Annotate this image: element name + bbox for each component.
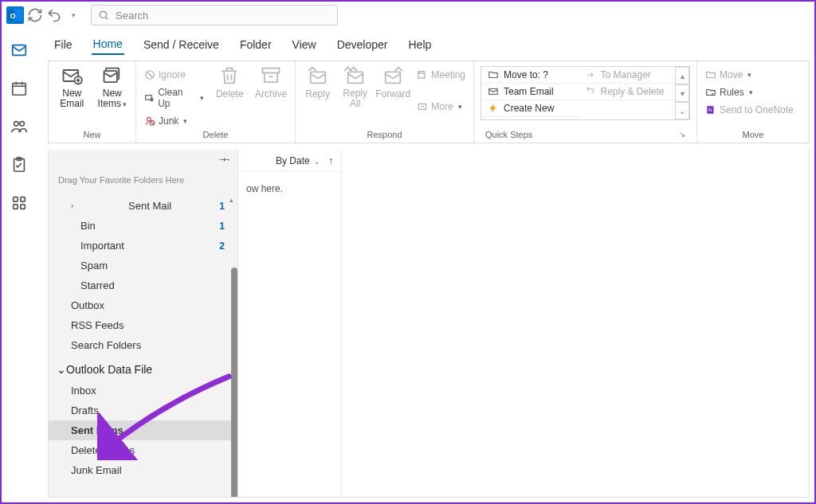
pin-icon[interactable] (220, 153, 231, 164)
cleanup-button[interactable]: Clean Up▾ (141, 85, 207, 111)
new-items-button[interactable]: New Items▾ (94, 64, 131, 109)
group-label-respond: Respond (300, 128, 469, 141)
svg-rect-26 (386, 72, 401, 83)
mail-icon[interactable] (10, 41, 28, 59)
menu-send-receive[interactable]: Send / Receive (142, 35, 221, 54)
folder-item[interactable]: Starred (49, 275, 237, 295)
svg-point-7 (20, 122, 24, 127)
new-email-icon (61, 64, 83, 87)
data-file-header[interactable]: ⌄Outlook Data File (49, 355, 237, 381)
quick-steps-dialog-icon[interactable]: ↘ (679, 130, 685, 139)
outlook-logo-icon: O (6, 6, 24, 24)
ribbon: New Email New Items▾ New Ignore Clean Up… (48, 61, 810, 143)
folder-item[interactable]: Important2 (49, 236, 237, 256)
svg-rect-5 (13, 84, 26, 96)
tasks-icon[interactable] (10, 156, 28, 174)
group-label-quick: Quick Steps (485, 130, 532, 139)
empty-list-hint: ow here. (238, 172, 341, 205)
rules-icon (705, 87, 716, 98)
title-bar: O ▾ Search (2, 2, 814, 29)
folder-item[interactable]: Sent Items (49, 420, 237, 440)
to-manager-icon (585, 69, 596, 80)
folder-item[interactable]: Deleted Items (49, 440, 237, 460)
reading-pane (342, 150, 809, 497)
forward-icon (382, 64, 404, 87)
archive-button[interactable]: Archive (252, 64, 290, 100)
onenote-icon: N (705, 104, 716, 115)
menu-developer[interactable]: Developer (335, 35, 390, 54)
people-icon[interactable] (10, 118, 28, 135)
folder-pane: Drag Your Favorite Folders Here ›Sent Ma… (49, 150, 238, 497)
folder-item[interactable]: Junk Email (49, 460, 237, 480)
ignore-button[interactable]: Ignore (141, 68, 207, 82)
onenote-button[interactable]: NSend to OneNote (702, 103, 797, 117)
folder-item[interactable]: Search Folders (49, 335, 237, 355)
rules-button[interactable]: Rules▾ (702, 85, 797, 100)
message-list-pane: By Date ⌄ ↑ ow here. (238, 150, 342, 497)
calendar-icon[interactable] (10, 80, 28, 97)
forward-button[interactable]: Forward (375, 64, 410, 100)
reply-delete-icon (585, 86, 596, 97)
qs-team-email[interactable]: Team Email (481, 84, 579, 100)
group-label-delete: Delete (141, 128, 290, 141)
sort-by-date[interactable]: By Date ⌄ (276, 155, 320, 166)
qs-reply-delete[interactable]: Reply & Delete (579, 84, 676, 100)
svg-text:N: N (708, 107, 712, 112)
folder-item[interactable]: Inbox (49, 381, 237, 400)
content-area: Drag Your Favorite Folders Here ›Sent Ma… (48, 150, 810, 498)
junk-button[interactable]: Junk▾ (141, 114, 207, 128)
reply-button[interactable]: Reply (300, 64, 335, 100)
reply-icon (307, 64, 329, 87)
quick-steps-gallery[interactable]: Move to: ? Team Email Create New To Mana… (481, 66, 690, 120)
undo-icon[interactable] (46, 7, 62, 23)
folder-item[interactable]: Outbox (49, 295, 237, 315)
menu-file[interactable]: File (53, 35, 74, 54)
qs-create-new[interactable]: Create New (481, 100, 579, 117)
delete-button[interactable]: Delete (210, 64, 249, 100)
sort-direction-icon[interactable]: ↑ (328, 155, 333, 166)
folder-list[interactable]: ›Sent Mail1Bin1Important2SpamStarredOutb… (49, 196, 237, 497)
folder-item[interactable]: Spam (49, 256, 237, 275)
reply-all-icon (344, 64, 367, 87)
sync-icon[interactable] (27, 7, 43, 23)
qat-dropdown-icon[interactable]: ▾ (65, 7, 81, 23)
svg-point-6 (14, 122, 18, 127)
folder-item[interactable]: Bin1 (49, 216, 237, 236)
svg-rect-13 (21, 205, 26, 209)
lightning-icon (488, 103, 499, 114)
search-icon (98, 10, 109, 21)
respond-more-button[interactable]: More▾ (414, 100, 469, 114)
qs-move-to[interactable]: Move to: ? (481, 67, 579, 84)
folder-item[interactable]: ›Sent Mail1 (49, 196, 237, 216)
ribbon-group-quicksteps: Move to: ? Team Email Create New To Mana… (474, 61, 697, 143)
svg-rect-25 (347, 72, 363, 83)
folder-item[interactable]: RSS Feeds (49, 315, 237, 335)
menu-help[interactable]: Help (406, 35, 433, 54)
search-input[interactable]: Search (91, 5, 338, 25)
junk-icon (144, 115, 155, 127)
menu-bar: File Home Send / Receive Folder View Dev… (37, 29, 814, 61)
cleanup-icon (144, 92, 155, 104)
archive-icon (260, 64, 282, 87)
menu-folder[interactable]: Folder (238, 35, 273, 54)
favorites-hint: Drag Your Favorite Folders Here (49, 167, 237, 196)
move-button[interactable]: Move▾ (702, 68, 797, 82)
svg-point-21 (147, 117, 151, 121)
svg-rect-24 (310, 72, 325, 83)
menu-view[interactable]: View (291, 35, 318, 54)
svg-rect-11 (21, 197, 26, 202)
new-email-button[interactable]: New Email (53, 64, 91, 109)
apps-icon[interactable] (10, 194, 28, 212)
meeting-button[interactable]: Meeting (414, 68, 469, 82)
group-label-move: Move (702, 128, 804, 141)
ribbon-group-respond: Reply Reply All Forward Meeting More▾ Re… (296, 61, 474, 143)
folder-scrollbar[interactable]: ▴ (231, 196, 237, 497)
list-header: By Date ⌄ ↑ (238, 150, 341, 172)
reply-all-button[interactable]: Reply All (338, 64, 372, 109)
qs-to-manager[interactable]: To Manager (579, 67, 676, 84)
quick-steps-scroll[interactable]: ▴▾⌄ (675, 67, 689, 119)
menu-home[interactable]: Home (92, 34, 124, 55)
move-icon (705, 69, 716, 80)
folder-item[interactable]: Drafts (49, 400, 237, 420)
team-email-icon (488, 86, 499, 97)
